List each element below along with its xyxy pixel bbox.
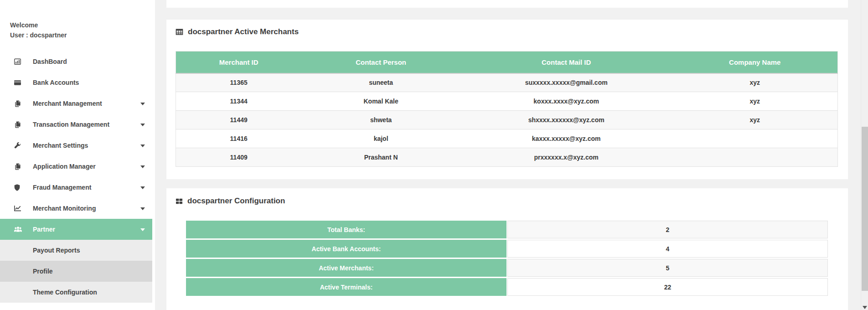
config-value-active-terminals: 22 [507,278,828,296]
cell-company-name: xyz [672,111,837,129]
cell-contact-person: kajol [301,129,460,148]
sidebar-item-label: Transaction Management [33,121,109,128]
sidebar-subitem-payout-reports[interactable]: Payout Reports [0,240,152,261]
cell-merchant-id: 11365 [176,73,302,92]
wrench-icon [14,142,25,149]
merchants-card-title: docspartner Active Merchants [166,20,848,36]
cell-company-name [672,148,837,167]
sidebar-item-label: Merchant Management [33,100,102,107]
column-header-company-name: Company Name [672,52,837,73]
sidebar: Welcome User : docspartner DashBoardBank… [0,0,155,310]
table-icon [176,28,183,36]
cell-contact-person: Komal Kale [301,92,460,111]
cell-company-name: xyz [672,92,837,111]
config-table: Total Banks:2Active Bank Accounts:4Activ… [186,221,828,297]
config-row: Active Bank Accounts:4 [186,240,828,258]
cell-contact-mail-id: suxxxxx.xxxxx@gmail.com [460,73,672,92]
cell-merchant-id: 11409 [176,148,302,167]
sidebar-item-label: Application Manager [33,163,96,170]
merchants-title-text: docspartner Active Merchants [188,27,299,36]
files-icon [14,100,25,107]
config-card-title: docspartner Configuration [166,188,848,206]
credit-card-icon [14,79,25,86]
user-text: User : docspartner [10,30,155,40]
caret-down-icon [140,165,145,168]
config-title-text: docspartner Configuration [187,196,285,206]
sidebar-item-label: Merchant Monitoring [33,205,96,212]
sidebar-item-label: Bank Accounts [33,79,79,86]
welcome-text: Welcome [10,20,155,30]
cell-company-name [672,129,837,148]
column-header-merchant-id: Merchant ID [176,52,302,73]
sidebar-subitem-label: Payout Reports [33,247,80,254]
shield-icon [14,184,25,191]
table-row: 11416kajolkaxxx.xxxxx@xyz.com [176,129,838,148]
scrollbar-thumb[interactable] [862,127,868,291]
config-row: Active Merchants:5 [186,259,828,277]
cell-contact-mail-id: prxxxxxx.x@xyz.com [460,148,672,167]
users-icon [14,226,25,233]
th-large-icon [176,198,183,205]
table-row: 11365suneetasuxxxxx.xxxxx@gmail.comxyz [176,73,838,92]
sidebar-item-merchant-management[interactable]: Merchant Management [0,93,152,114]
sidebar-item-partner[interactable]: Partner [0,219,152,240]
sidebar-item-merchant-settings[interactable]: Merchant Settings [0,135,152,156]
sidebar-subitem-theme-configuration[interactable]: Theme Configuration [0,282,152,303]
sidebar-item-label: DashBoard [33,58,67,65]
config-value-active-bank-accounts: 4 [507,240,828,258]
caret-down-icon [140,186,145,189]
caret-down-icon [140,103,145,105]
config-value-active-merchants: 5 [507,259,828,277]
sidebar-item-fraud-management[interactable]: Fraud Management [0,177,152,198]
sidebar-menu: DashBoardBank AccountsMerchant Managemen… [0,51,155,240]
config-row: Active Terminals:22 [186,278,828,296]
column-header-contact-person: Contact Person [301,52,460,73]
cell-contact-person: shweta [301,111,460,129]
cell-merchant-id: 11416 [176,129,302,148]
column-header-contact-mail-id: Contact Mail ID [460,52,672,73]
cell-contact-mail-id: shxxxx.xxxxxx@xyz.com [460,111,672,129]
bar-chart-icon [14,58,25,65]
sidebar-submenu: Payout ReportsProfileTheme Configuration [0,240,155,303]
welcome-block: Welcome User : docspartner [0,0,155,40]
sidebar-subitem-profile[interactable]: Profile [0,261,152,282]
sidebar-item-dashboard[interactable]: DashBoard [0,51,152,72]
table-row: 11409Prashant Nprxxxxxx.x@xyz.com [176,148,838,167]
cell-contact-mail-id: kaxxx.xxxxx@xyz.com [460,129,672,148]
sidebar-item-label: Merchant Settings [33,142,88,149]
config-card: docspartner Configuration Total Banks:2A… [166,188,848,310]
config-label-active-terminals: Active Terminals: [186,278,506,296]
files-icon [14,121,25,128]
config-label-total-banks: Total Banks: [186,221,506,238]
sidebar-subitem-label: Profile [33,268,53,275]
config-label-active-bank-accounts: Active Bank Accounts: [186,240,506,258]
sidebar-item-label: Partner [33,226,55,233]
table-row: 11344Komal Kalekoxxx.xxxx@xyz.comxyz [176,92,838,111]
cell-contact-person: suneeta [301,73,460,92]
sidebar-item-application-manager[interactable]: Application Manager [0,156,152,177]
sidebar-subitem-label: Theme Configuration [33,289,97,296]
previous-card-bottom [166,0,848,8]
files-icon [14,163,25,170]
config-row: Total Banks:2 [186,221,828,238]
cell-merchant-id: 11449 [176,111,302,129]
caret-down-icon [140,124,145,126]
caret-down-icon [140,228,145,231]
merchants-table: Merchant IDContact PersonContact Mail ID… [176,51,838,167]
merchants-card: docspartner Active Merchants Merchant ID… [166,20,848,179]
sidebar-item-transaction-management[interactable]: Transaction Management [0,114,152,135]
config-value-total-banks: 2 [507,221,828,238]
cell-company-name: xyz [672,73,837,92]
merchants-table-header-row: Merchant IDContact PersonContact Mail ID… [176,52,838,73]
vertical-scrollbar[interactable] [861,0,868,310]
caret-down-icon [140,207,145,210]
line-chart-icon [14,205,25,212]
caret-down-icon [140,145,145,147]
cell-merchant-id: 11344 [176,92,302,111]
scrollbar-down-arrow-icon[interactable] [863,306,867,309]
sidebar-item-bank-accounts[interactable]: Bank Accounts [0,72,152,93]
cell-contact-mail-id: koxxx.xxxx@xyz.com [460,92,672,111]
sidebar-item-merchant-monitoring[interactable]: Merchant Monitoring [0,198,152,219]
table-row: 11449shwetashxxxx.xxxxxx@xyz.comxyz [176,111,838,129]
cell-contact-person: Prashant N [301,148,460,167]
